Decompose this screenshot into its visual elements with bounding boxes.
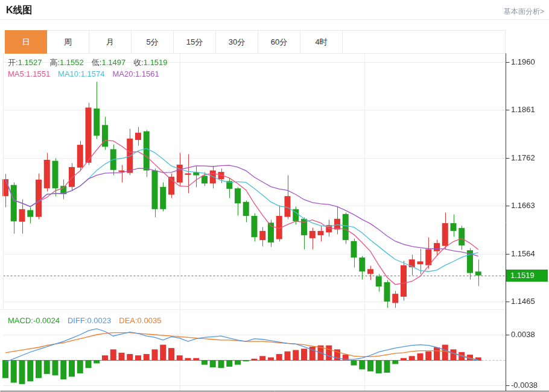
legend-label: DEA: [119,316,137,325]
legend-value: -0.0024 [33,316,60,325]
legend-value: 0.0035 [138,316,162,325]
interval-tabbar: 日周月5分15分30分60分4时 [5,30,506,54]
ohlc-legend: 开:1.1527高:1.1552低:1.1497收:1.1519 [8,57,176,68]
fundamental-analysis-link[interactable]: 基本面分析> [504,7,544,17]
macd-axis-tick: -0.0038 [511,381,538,390]
tab-5分[interactable]: 5分 [132,31,174,53]
legend-value: 1.1551 [26,69,50,78]
legend-value: 1.1527 [18,58,42,67]
legend-value: 1.1552 [60,58,84,67]
legend-label: MA10: [58,69,81,78]
legend-label: 开: [8,58,18,67]
tab-4时[interactable]: 4时 [300,31,343,53]
tab-15分[interactable]: 15分 [174,31,216,53]
legend-value: 1.1574 [81,69,105,78]
legend-label: 收: [133,58,144,67]
tab-30分[interactable]: 30分 [216,31,258,53]
legend-value: 0.0023 [87,316,111,325]
legend-label: 低: [92,58,102,67]
tab-月[interactable]: 月 [89,31,132,53]
tab-周[interactable]: 周 [47,31,89,53]
legend-label: DIFF: [68,316,87,325]
page-title: K线图 [6,4,33,17]
y-axis-tick: 1.1663 [511,201,535,210]
legend-value: 1.1561 [135,69,159,78]
kline-page: K线图 基本面分析> 日周月5分15分30分60分4时 开:1.1527高:1.… [0,0,549,392]
y-axis-tick: 1.1465 [511,297,535,306]
legend-label: MACD: [8,316,33,325]
legend-label: 高: [49,58,60,67]
tab-60分[interactable]: 60分 [258,31,300,53]
current-price-badge: 1.1519 [506,270,548,282]
y-axis-tick: 1.1762 [511,153,535,162]
y-axis-tick: 1.1564 [511,249,535,258]
tab-日[interactable]: 日 [5,30,47,54]
macd-axis-tick: 0.0038 [511,330,535,339]
legend-value: 1.1497 [101,58,125,67]
y-axis-tick: 1.1861 [511,105,535,114]
legend-label: MA20: [112,69,135,78]
page-header: K线图 基本面分析> [0,0,549,20]
y-axis-tick: 1.1960 [511,57,535,66]
legend-value: 1.1519 [144,58,168,67]
ma-legend: MA5:1.1551MA10:1.1574MA20:1.1561 [8,69,167,78]
macd-legend: MACD:-0.0024DIFF:0.0023DEA:0.0035 [8,316,169,325]
legend-label: MA5: [8,69,26,78]
